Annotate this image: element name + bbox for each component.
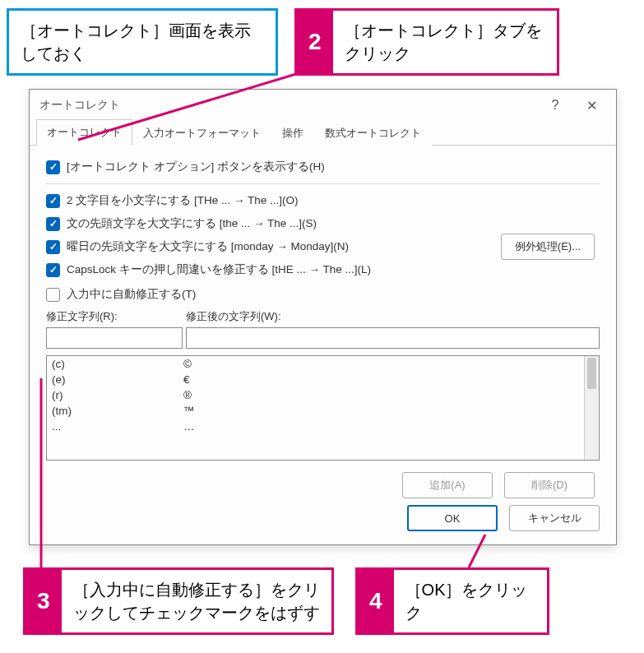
add-button[interactable]: 追加(A) (402, 472, 493, 498)
divider (46, 183, 600, 184)
option-label: [オートコレクト オプション] ボタンを表示する(H) (67, 160, 325, 174)
callout-text: ［オートコレクト］画面を表示しておく (9, 11, 276, 73)
option-label: 入力中に自動修正する(T) (67, 287, 196, 302)
checkbox-icon (46, 288, 60, 302)
cell-with: © (183, 358, 192, 370)
table-row[interactable]: (r) ® (47, 387, 584, 403)
cell-with: … (183, 420, 195, 433)
replace-inputs (46, 327, 600, 349)
add-delete-row: 追加(A) 削除(D) (46, 472, 600, 498)
table-row[interactable]: (e) € (47, 372, 584, 387)
checkbox-icon (46, 217, 60, 231)
callout-text: ［オートコレクト］タブをクリック (333, 11, 557, 73)
cell-replace: (c) (52, 358, 183, 370)
dialog-title: オートコレクト (39, 98, 537, 113)
with-input[interactable] (186, 327, 600, 349)
step-number-4: 4 (358, 570, 394, 632)
cell-replace: (tm) (52, 405, 183, 417)
checkbox-icon (46, 194, 60, 208)
option-label: 曜日の先頭文字を大文字にする [monday → Monday](N) (67, 239, 349, 254)
replacements-table: (c) © (e) € (r) ® (tm) ™ ... … (46, 355, 600, 461)
replace-label: 修正文字列(R): (46, 309, 186, 324)
callout-click-ok: 4 ［OK］をクリック (355, 567, 549, 635)
option-capslock[interactable]: CapsLock キーの押し間違いを修正する [tHE ... → The ..… (46, 258, 600, 281)
table-row[interactable]: ... … (47, 419, 584, 434)
titlebar: オートコレクト ? ✕ (30, 90, 616, 121)
delete-button[interactable]: 削除(D) (504, 472, 595, 498)
cell-replace: (e) (52, 373, 183, 386)
cell-with: € (183, 373, 190, 386)
cell-with: ® (183, 389, 192, 401)
table-row[interactable]: (tm) ™ (47, 403, 584, 419)
close-button[interactable]: ✕ (573, 93, 609, 118)
cell-replace: ... (52, 420, 183, 433)
option-show-button[interactable]: [オートコレクト オプション] ボタンを表示する(H) (46, 155, 600, 178)
help-button[interactable]: ? (537, 93, 573, 118)
checkbox-icon (46, 263, 60, 277)
tab-strip: オートコレクト 入力オートフォーマット 操作 数式オートコレクト (30, 121, 616, 146)
tab-panel: [オートコレクト オプション] ボタンを表示する(H) 2 文字目を小文字にする… (30, 146, 616, 508)
checkbox-icon (46, 160, 60, 174)
option-label: 文の先頭文字を大文字にする [the ... → The ...](S) (67, 216, 317, 231)
autocorrect-dialog: オートコレクト ? ✕ オートコレクト 入力オートフォーマット 操作 数式オート… (29, 89, 617, 545)
callout-text: ［OK］をクリック (394, 570, 547, 632)
tab-math-autocorrect[interactable]: 数式オートコレクト (314, 120, 432, 146)
checkbox-icon (46, 240, 60, 254)
option-label: 2 文字目を小文字にする [THe ... → The ...](O) (67, 193, 299, 208)
column-labels: 修正文字列(R): 修正後の文字列(W): (46, 309, 600, 324)
callout-uncheck-option: 3 ［入力中に自動修正する］をクリックしてチェックマークをはずす (23, 567, 334, 635)
ok-button[interactable]: OK (407, 505, 498, 531)
option-label: CapsLock キーの押し間違いを修正する [tHE ... → The ..… (67, 262, 371, 277)
step-number-2: 2 (297, 11, 333, 73)
callout-show-dialog: ［オートコレクト］画面を表示しておく (7, 8, 278, 76)
step-number-3: 3 (25, 570, 62, 632)
tab-autoformat[interactable]: 入力オートフォーマット (132, 120, 271, 146)
option-cap-sentence[interactable]: 文の先頭文字を大文字にする [the ... → The ...](S) (46, 212, 600, 235)
option-replace-as-type[interactable]: 入力中に自動修正する(T) (46, 283, 600, 306)
with-label: 修正後の文字列(W): (186, 309, 281, 324)
option-two-caps[interactable]: 2 文字目を小文字にする [THe ... → The ...](O) (46, 189, 600, 212)
tab-autocorrect[interactable]: オートコレクト (36, 119, 132, 146)
exceptions-button[interactable]: 例外処理(E)... (501, 234, 595, 260)
dialog-footer-buttons: OK キャンセル (407, 505, 600, 531)
callout-click-tab: 2 ［オートコレクト］タブをクリック (294, 8, 559, 76)
cell-replace: (r) (52, 389, 183, 401)
replace-input[interactable] (46, 327, 183, 349)
scrollbar[interactable] (584, 356, 599, 460)
table-body[interactable]: (c) © (e) € (r) ® (tm) ™ ... … (47, 356, 584, 460)
callout-text: ［入力中に自動修正する］をクリックしてチェックマークをはずす (62, 570, 331, 632)
cancel-button[interactable]: キャンセル (509, 505, 600, 531)
tab-actions[interactable]: 操作 (271, 120, 314, 146)
cell-with: ™ (183, 405, 195, 417)
table-row[interactable]: (c) © (47, 356, 584, 372)
